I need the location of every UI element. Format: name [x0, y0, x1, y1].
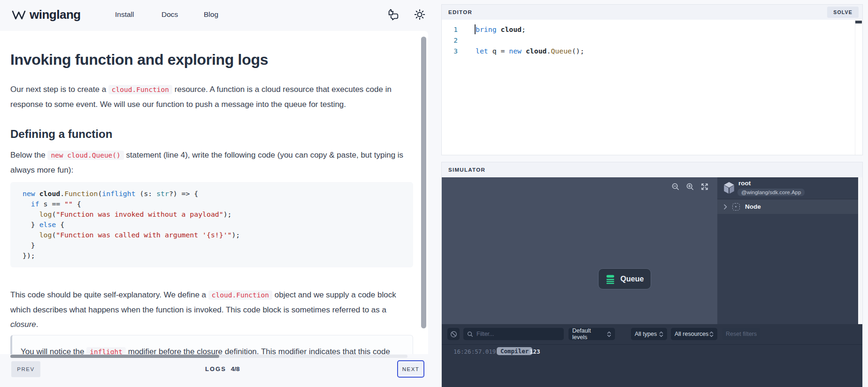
tree-item-root[interactable]: root @winglang/sdk.core.App: [717, 177, 863, 199]
simulator-header: SIMULATOR: [442, 162, 862, 178]
code-line: }: [23, 240, 413, 250]
paragraph-intro: Our next step is to create a cloud.Funct…: [10, 82, 413, 112]
code-line: new cloud.Function(inflight (s: str?) =>…: [23, 189, 413, 199]
editor-scrollbar[interactable]: [855, 21, 862, 23]
resources-dropdown[interactable]: All resources: [671, 328, 717, 340]
logs-label: LOGS: [205, 365, 226, 372]
log-timestamp: 16:26:57.019: [453, 348, 496, 355]
filter-placeholder: Filter...: [476, 331, 494, 337]
up-down-chevrons-icon: [607, 331, 611, 337]
log-message: 123: [530, 348, 540, 355]
editor-cursor: [475, 24, 476, 34]
simulator-title: SIMULATOR: [448, 167, 485, 173]
sun-icon: [414, 8, 426, 21]
code-line: } else {: [23, 220, 413, 230]
paragraph-instructions: Below the new cloud.Queue() statement (l…: [10, 148, 413, 177]
prev-button[interactable]: PREV: [11, 361, 40, 377]
tree-node-label: Node: [745, 203, 761, 210]
queue-node-label: Queue: [621, 275, 644, 283]
editor-panel: EDITOR SOLVE 1bring cloud;23let q = new …: [441, 4, 863, 155]
levels-dropdown-value: Default levels: [572, 327, 607, 341]
winglang-logo[interactable]: winglang: [11, 8, 81, 22]
content-horizontal-scrollbar[interactable]: [10, 355, 219, 358]
levels-dropdown[interactable]: Default levels: [568, 328, 615, 340]
editor-title: EDITOR: [448, 9, 472, 15]
resource-tree: root @winglang/sdk.core.App Node: [717, 177, 863, 324]
code-line: log("Function was invoked without a payl…: [23, 209, 413, 220]
tree-root-type-badge: @winglang/sdk.core.App: [737, 189, 805, 196]
editor-scrollbar-track: [855, 20, 862, 155]
editor-line: 3let q = new cloud.Queue();: [442, 46, 855, 56]
wing-logo-icon: [11, 9, 26, 21]
tree-scrollbar-track[interactable]: [858, 177, 863, 324]
editor-line: 2: [442, 35, 855, 46]
zoom-out-button[interactable]: [671, 182, 680, 191]
code-editor[interactable]: 1bring cloud;23let q = new cloud.Queue()…: [442, 20, 855, 155]
line-number: 1: [442, 26, 458, 33]
tree-root-label: root: [738, 180, 751, 187]
simulator-canvas[interactable]: Queue: [442, 177, 717, 324]
next-button[interactable]: NEXT: [397, 360, 424, 378]
editor-line: 1bring cloud;: [442, 24, 855, 35]
up-down-chevrons-icon: [709, 331, 714, 337]
theme-toggle-button[interactable]: [413, 8, 427, 22]
logs-console: Filter... Default levels All types: [442, 324, 863, 387]
canvas-controls: [671, 182, 709, 191]
queue-resource-node[interactable]: Queue: [598, 268, 651, 289]
cube-icon: [723, 182, 735, 195]
content-vertical-scrollbar[interactable]: [421, 37, 426, 328]
code-snippet-block: new cloud.Function(inflight (s: str?) =>…: [10, 182, 413, 267]
paragraph-explanation: This code should be quite self-explanato…: [10, 288, 413, 332]
ban-icon: [450, 331, 457, 338]
feedback-button[interactable]: [386, 8, 400, 22]
editor-header: EDITOR SOLVE: [442, 5, 862, 20]
logo-text: winglang: [30, 8, 81, 22]
queue-icon: [606, 274, 616, 284]
fullscreen-button[interactable]: [700, 182, 709, 191]
console-divider: [442, 344, 863, 345]
app: winglang Install Docs Blog Invoking func…: [0, 0, 868, 387]
nav-docs[interactable]: Docs: [161, 10, 178, 19]
solve-button[interactable]: SOLVE: [827, 7, 859, 18]
code-line: });: [23, 250, 413, 261]
feedback-icon: [387, 8, 400, 21]
tree-item-node[interactable]: Node: [717, 199, 863, 214]
code-line: log("Function was called with argument '…: [23, 230, 413, 240]
chevron-right-icon[interactable]: [723, 204, 728, 210]
note-callout: You will notice the inflight modifier be…: [10, 335, 413, 354]
simulator-panel: SIMULATOR: [441, 162, 863, 387]
log-entry: 16:26:57.019 Compiler 123: [442, 346, 863, 357]
logs-step-indicator: LOGS 4/8: [205, 365, 240, 372]
reset-filters-button[interactable]: Reset filters: [722, 328, 760, 340]
content-horizontal-scrollbar-track: [10, 355, 407, 358]
note-text: You will notice the inflight modifier be…: [21, 347, 390, 354]
zoom-in-button[interactable]: [686, 182, 694, 191]
search-icon: [467, 331, 473, 337]
clear-logs-button[interactable]: [447, 328, 460, 340]
nav-blog[interactable]: Blog: [204, 10, 218, 19]
types-dropdown-value: All types: [635, 331, 657, 337]
resources-dropdown-value: All resources: [675, 331, 708, 337]
types-dropdown[interactable]: All types: [631, 328, 667, 340]
line-number: 3: [442, 47, 458, 55]
tutorial-content: Invoking function and exploring logs Our…: [0, 31, 428, 354]
filter-input[interactable]: Filter...: [463, 328, 564, 340]
nav-install[interactable]: Install: [115, 10, 134, 19]
code-line: if s == "" {: [23, 199, 413, 209]
logs-page-count: 4/8: [231, 365, 240, 372]
construct-icon: [732, 203, 740, 211]
log-source-badge: Compiler: [497, 347, 532, 355]
up-down-chevrons-icon: [659, 331, 663, 337]
line-number: 2: [442, 37, 458, 44]
section-title: Defining a function: [10, 128, 414, 141]
page-title: Invoking function and exploring logs: [10, 51, 414, 68]
